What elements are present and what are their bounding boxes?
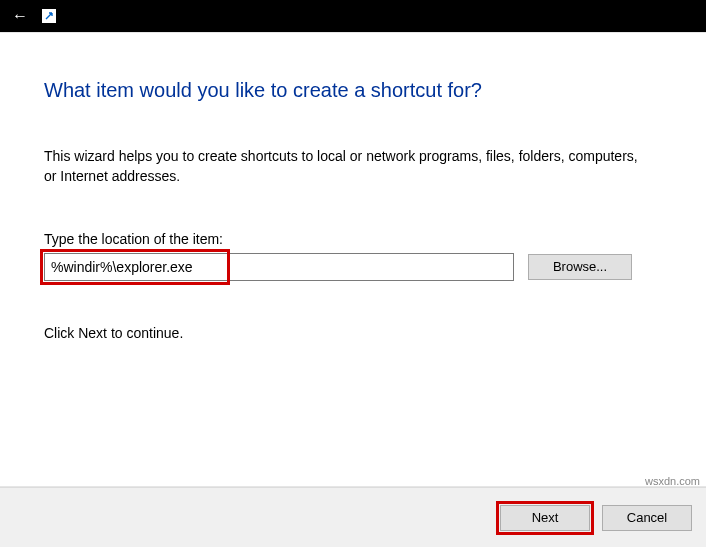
location-input-wrap — [44, 253, 514, 281]
continue-instruction: Click Next to continue. — [44, 325, 662, 341]
highlight-box-next: Next — [496, 501, 594, 535]
wizard-footer: Next Cancel — [0, 487, 706, 547]
browse-button[interactable]: Browse... — [528, 254, 632, 280]
location-row: Browse... — [44, 253, 662, 281]
next-button[interactable]: Next — [500, 505, 590, 531]
wizard-content: What item would you like to create a sho… — [0, 32, 706, 487]
watermark-text: wsxdn.com — [645, 475, 700, 487]
location-input[interactable] — [44, 253, 514, 281]
cancel-button[interactable]: Cancel — [602, 505, 692, 531]
shortcut-wizard-icon — [42, 9, 56, 23]
titlebar: ← — [0, 0, 706, 32]
page-title: What item would you like to create a sho… — [44, 79, 662, 102]
wizard-description: This wizard helps you to create shortcut… — [44, 146, 654, 187]
location-label: Type the location of the item: — [44, 231, 662, 247]
back-arrow-icon[interactable]: ← — [8, 7, 32, 25]
